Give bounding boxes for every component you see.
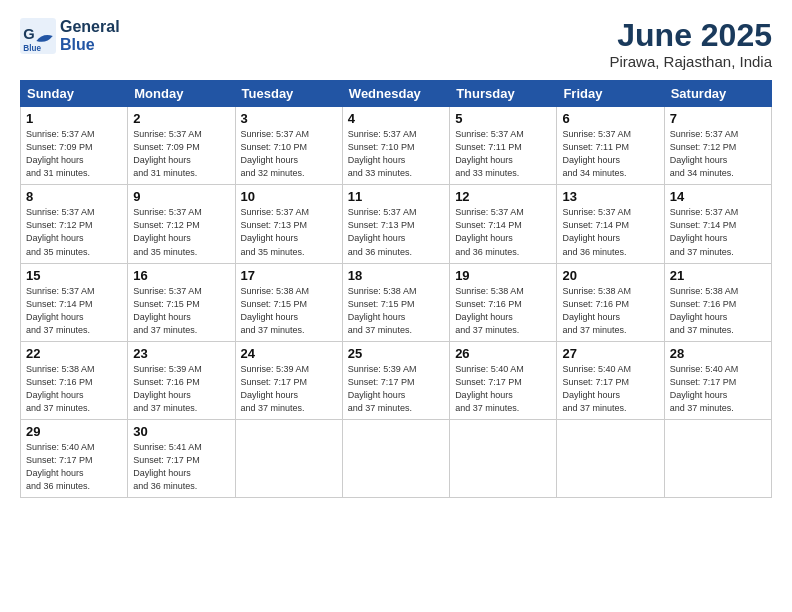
calendar-cell: 28 Sunrise: 5:40 AM Sunset: 7:17 PM Dayl… [664,341,771,419]
day-number: 28 [670,346,766,361]
calendar-cell: 23 Sunrise: 5:39 AM Sunset: 7:16 PM Dayl… [128,341,235,419]
day-number: 23 [133,346,229,361]
calendar-cell: 17 Sunrise: 5:38 AM Sunset: 7:15 PM Dayl… [235,263,342,341]
calendar-cell: 6 Sunrise: 5:37 AM Sunset: 7:11 PM Dayli… [557,107,664,185]
calendar-cell: 10 Sunrise: 5:37 AM Sunset: 7:13 PM Dayl… [235,185,342,263]
calendar-cell: 25 Sunrise: 5:39 AM Sunset: 7:17 PM Dayl… [342,341,449,419]
calendar-week-row: 15 Sunrise: 5:37 AM Sunset: 7:14 PM Dayl… [21,263,772,341]
day-info: Sunrise: 5:37 AM Sunset: 7:13 PM Dayligh… [348,206,444,258]
day-number: 21 [670,268,766,283]
calendar-cell: 29 Sunrise: 5:40 AM Sunset: 7:17 PM Dayl… [21,419,128,497]
logo: G Blue General Blue [20,18,120,54]
calendar-cell: 20 Sunrise: 5:38 AM Sunset: 7:16 PM Dayl… [557,263,664,341]
day-info: Sunrise: 5:39 AM Sunset: 7:17 PM Dayligh… [241,363,337,415]
day-info: Sunrise: 5:37 AM Sunset: 7:14 PM Dayligh… [455,206,551,258]
day-info: Sunrise: 5:37 AM Sunset: 7:12 PM Dayligh… [670,128,766,180]
calendar-cell: 4 Sunrise: 5:37 AM Sunset: 7:10 PM Dayli… [342,107,449,185]
calendar-table: Sunday Monday Tuesday Wednesday Thursday… [20,80,772,498]
calendar-cell: 12 Sunrise: 5:37 AM Sunset: 7:14 PM Dayl… [450,185,557,263]
calendar-cell: 3 Sunrise: 5:37 AM Sunset: 7:10 PM Dayli… [235,107,342,185]
day-number: 2 [133,111,229,126]
calendar-cell: 7 Sunrise: 5:37 AM Sunset: 7:12 PM Dayli… [664,107,771,185]
day-number: 13 [562,189,658,204]
day-info: Sunrise: 5:38 AM Sunset: 7:16 PM Dayligh… [455,285,551,337]
day-number: 17 [241,268,337,283]
day-number: 24 [241,346,337,361]
day-info: Sunrise: 5:37 AM Sunset: 7:12 PM Dayligh… [133,206,229,258]
calendar-week-row: 8 Sunrise: 5:37 AM Sunset: 7:12 PM Dayli… [21,185,772,263]
calendar-cell: 11 Sunrise: 5:37 AM Sunset: 7:13 PM Dayl… [342,185,449,263]
page: G Blue General Blue June 2025 Pirawa, Ra… [0,0,792,612]
calendar-header-row: Sunday Monday Tuesday Wednesday Thursday… [21,81,772,107]
header-thursday: Thursday [450,81,557,107]
calendar-cell: 5 Sunrise: 5:37 AM Sunset: 7:11 PM Dayli… [450,107,557,185]
day-info: Sunrise: 5:37 AM Sunset: 7:10 PM Dayligh… [348,128,444,180]
day-number: 16 [133,268,229,283]
day-number: 25 [348,346,444,361]
day-number: 3 [241,111,337,126]
svg-text:G: G [23,26,34,42]
day-number: 26 [455,346,551,361]
header: G Blue General Blue June 2025 Pirawa, Ra… [20,18,772,70]
calendar-cell: 19 Sunrise: 5:38 AM Sunset: 7:16 PM Dayl… [450,263,557,341]
day-info: Sunrise: 5:37 AM Sunset: 7:14 PM Dayligh… [562,206,658,258]
day-info: Sunrise: 5:37 AM Sunset: 7:09 PM Dayligh… [133,128,229,180]
day-info: Sunrise: 5:40 AM Sunset: 7:17 PM Dayligh… [562,363,658,415]
day-info: Sunrise: 5:41 AM Sunset: 7:17 PM Dayligh… [133,441,229,493]
calendar-cell: 18 Sunrise: 5:38 AM Sunset: 7:15 PM Dayl… [342,263,449,341]
calendar-week-row: 22 Sunrise: 5:38 AM Sunset: 7:16 PM Dayl… [21,341,772,419]
day-number: 29 [26,424,122,439]
calendar-cell: 9 Sunrise: 5:37 AM Sunset: 7:12 PM Dayli… [128,185,235,263]
logo-icon: G Blue [20,18,56,54]
day-info: Sunrise: 5:37 AM Sunset: 7:14 PM Dayligh… [670,206,766,258]
day-info: Sunrise: 5:39 AM Sunset: 7:16 PM Dayligh… [133,363,229,415]
calendar-cell: 15 Sunrise: 5:37 AM Sunset: 7:14 PM Dayl… [21,263,128,341]
day-info: Sunrise: 5:37 AM Sunset: 7:09 PM Dayligh… [26,128,122,180]
day-number: 4 [348,111,444,126]
title-block: June 2025 Pirawa, Rajasthan, India [609,18,772,70]
day-info: Sunrise: 5:37 AM Sunset: 7:13 PM Dayligh… [241,206,337,258]
day-number: 27 [562,346,658,361]
day-number: 1 [26,111,122,126]
day-number: 8 [26,189,122,204]
day-number: 30 [133,424,229,439]
calendar-cell: 22 Sunrise: 5:38 AM Sunset: 7:16 PM Dayl… [21,341,128,419]
calendar-cell: 16 Sunrise: 5:37 AM Sunset: 7:15 PM Dayl… [128,263,235,341]
calendar-cell: 1 Sunrise: 5:37 AM Sunset: 7:09 PM Dayli… [21,107,128,185]
day-number: 18 [348,268,444,283]
day-info: Sunrise: 5:40 AM Sunset: 7:17 PM Dayligh… [455,363,551,415]
day-number: 15 [26,268,122,283]
day-info: Sunrise: 5:37 AM Sunset: 7:14 PM Dayligh… [26,285,122,337]
logo-text: General Blue [60,18,120,53]
day-number: 12 [455,189,551,204]
day-info: Sunrise: 5:38 AM Sunset: 7:15 PM Dayligh… [241,285,337,337]
day-number: 22 [26,346,122,361]
header-saturday: Saturday [664,81,771,107]
header-tuesday: Tuesday [235,81,342,107]
calendar-cell [235,419,342,497]
calendar-cell [664,419,771,497]
calendar-week-row: 1 Sunrise: 5:37 AM Sunset: 7:09 PM Dayli… [21,107,772,185]
day-info: Sunrise: 5:39 AM Sunset: 7:17 PM Dayligh… [348,363,444,415]
svg-text:Blue: Blue [23,44,41,53]
calendar-cell: 26 Sunrise: 5:40 AM Sunset: 7:17 PM Dayl… [450,341,557,419]
header-wednesday: Wednesday [342,81,449,107]
day-number: 11 [348,189,444,204]
calendar-week-row: 29 Sunrise: 5:40 AM Sunset: 7:17 PM Dayl… [21,419,772,497]
location: Pirawa, Rajasthan, India [609,53,772,70]
day-info: Sunrise: 5:37 AM Sunset: 7:11 PM Dayligh… [455,128,551,180]
day-info: Sunrise: 5:37 AM Sunset: 7:10 PM Dayligh… [241,128,337,180]
month-title: June 2025 [609,18,772,53]
calendar-cell: 30 Sunrise: 5:41 AM Sunset: 7:17 PM Dayl… [128,419,235,497]
calendar-cell: 14 Sunrise: 5:37 AM Sunset: 7:14 PM Dayl… [664,185,771,263]
calendar-cell: 21 Sunrise: 5:38 AM Sunset: 7:16 PM Dayl… [664,263,771,341]
day-info: Sunrise: 5:38 AM Sunset: 7:15 PM Dayligh… [348,285,444,337]
calendar-cell: 8 Sunrise: 5:37 AM Sunset: 7:12 PM Dayli… [21,185,128,263]
day-number: 10 [241,189,337,204]
day-info: Sunrise: 5:38 AM Sunset: 7:16 PM Dayligh… [562,285,658,337]
day-number: 20 [562,268,658,283]
day-number: 9 [133,189,229,204]
calendar-cell [342,419,449,497]
calendar-cell [450,419,557,497]
calendar-cell: 13 Sunrise: 5:37 AM Sunset: 7:14 PM Dayl… [557,185,664,263]
